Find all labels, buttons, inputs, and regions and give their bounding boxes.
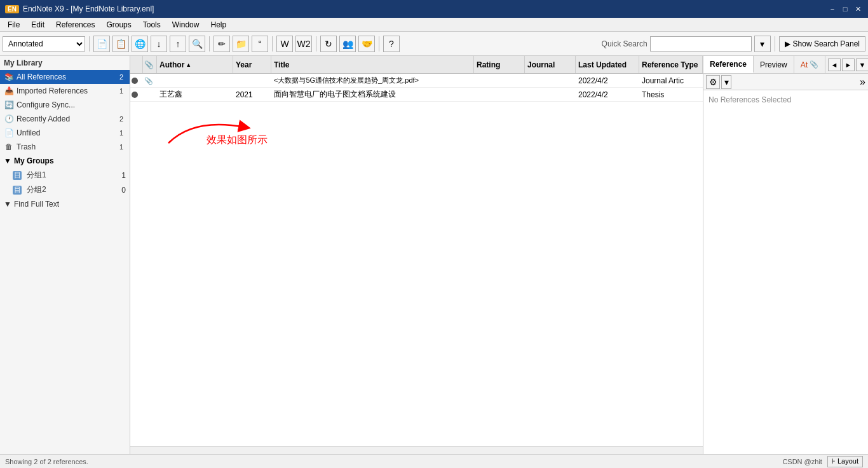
sidebar-item-recently-added[interactable]: 🕐 Recently Added 2 <box>0 112 130 126</box>
sidebar-item-group2[interactable]: 目 分组2 0 <box>0 182 130 197</box>
toolbar: Annotated Author-Date Numbered 📄 📋 🌐 ↓ ↑… <box>0 32 868 56</box>
tab-at[interactable]: At 📎 <box>794 56 825 73</box>
share-btn[interactable]: 👥 <box>339 36 356 52</box>
toolbar-sep-4 <box>316 36 316 52</box>
sidebar-item-configure-sync[interactable]: 🔄 Configure Sync... <box>0 98 130 112</box>
show-search-panel-btn[interactable]: ▶ Show Search Panel <box>779 36 865 52</box>
imported-references-label: Imported References <box>17 86 88 95</box>
row2-updated: 2022/4/2 <box>576 90 639 99</box>
col-title-header[interactable]: Title <box>271 56 474 73</box>
tab-preview[interactable]: Preview <box>754 56 794 73</box>
menu-tools[interactable]: Tools <box>138 19 166 31</box>
col-journal-header[interactable]: Journal <box>525 56 576 73</box>
window-title: EndNote X9 - [My EndNote Library.enl] <box>23 4 154 13</box>
groups-btn[interactable]: 🤝 <box>358 36 375 52</box>
style-selector[interactable]: Annotated Author-Date Numbered <box>3 36 85 52</box>
trash-label: Trash <box>17 142 36 151</box>
nav-prev-btn[interactable]: ◄ <box>828 59 841 71</box>
menu-help[interactable]: Help <box>205 19 231 31</box>
group1-icon: 目 <box>13 171 22 180</box>
tab-reference[interactable]: Reference <box>703 56 754 73</box>
csdn-watermark: CSDN @zhit <box>782 458 822 465</box>
collapse-right-btn[interactable]: » <box>860 76 865 88</box>
upload-btn[interactable]: ↑ <box>170 36 186 52</box>
table-row[interactable]: 王艺鑫 2021 面向智慧电厂的电子图文档系统建设 2022/4/2 Thesi… <box>130 88 703 102</box>
sidebar-find-full-text[interactable]: ▼ Find Full Text <box>0 197 130 211</box>
sidebar-item-all-references[interactable]: 📚 All References 2 <box>0 70 130 84</box>
right-panel-dropdown-btn[interactable]: ▾ <box>721 75 731 89</box>
imported-references-count: 1 <box>117 87 126 95</box>
right-panel-settings-btn[interactable]: ⚙ <box>706 75 720 89</box>
horizontal-scrollbar[interactable] <box>130 446 703 454</box>
find-fulltext-label: Find Full Text <box>14 200 59 209</box>
rating-label: Rating <box>477 60 500 69</box>
toolbar-sep-6 <box>775 36 775 52</box>
title-bar: EN EndNote X9 - [My EndNote Library.enl]… <box>0 0 868 18</box>
nav-expand-btn[interactable]: ▼ <box>856 59 868 71</box>
toolbar-sep-2 <box>209 36 210 52</box>
minimize-button[interactable]: − <box>827 4 837 14</box>
recently-added-label: Recently Added <box>17 114 70 123</box>
all-references-count: 2 <box>117 73 126 81</box>
quote-btn[interactable]: “ <box>252 36 268 52</box>
menu-file[interactable]: File <box>3 19 25 31</box>
read-indicator-2 <box>132 92 138 98</box>
layout-icon: ⊦ <box>832 457 836 465</box>
word2-btn[interactable]: W2 <box>295 36 312 52</box>
layout-btn[interactable]: ⊦ Layout <box>827 456 863 467</box>
search-input[interactable] <box>650 36 752 52</box>
unfiled-count: 1 <box>117 129 126 137</box>
find-fulltext-toolbar-btn[interactable]: 🔍 <box>189 36 205 52</box>
unfiled-icon: 📄 <box>4 128 14 138</box>
app-logo: EN <box>5 5 19 13</box>
showing-refs-text: Showing 2 of 2 references. <box>5 458 88 465</box>
sync-btn[interactable]: ↻ <box>320 36 337 52</box>
sidebar-item-imported-references[interactable]: 📥 Imported References 1 <box>0 84 130 98</box>
download-pdf-btn[interactable]: ↓ <box>151 36 167 52</box>
sidebar-item-unfiled[interactable]: 📄 Unfiled 1 <box>0 126 130 140</box>
table-row[interactable]: 📎 <大数据与5G通信技术的发展趋势_周文龙.pdf> 2022/4/2 Jou… <box>130 74 703 88</box>
menu-window[interactable]: Window <box>167 19 205 31</box>
help-toolbar-btn[interactable]: ? <box>383 36 400 52</box>
sidebar-item-trash[interactable]: 🗑 Trash 1 <box>0 140 130 154</box>
row2-dot <box>130 92 143 98</box>
toolbar-sep-1 <box>89 36 90 52</box>
ref-type-label: Reference Type <box>642 60 698 69</box>
my-groups-header[interactable]: ▼ My Groups <box>0 154 130 168</box>
word-btn[interactable]: W <box>276 36 293 52</box>
imported-references-icon: 📥 <box>4 86 14 96</box>
row1-type: Journal Artic <box>639 76 703 85</box>
col-type-header[interactable]: Reference Type <box>639 56 703 73</box>
row2-type: Thesis <box>639 90 703 99</box>
find-fulltext-expand-icon: ▼ <box>4 200 11 209</box>
row2-title: 面向智慧电厂的电子图文档系统建设 <box>271 89 474 100</box>
col-author-header[interactable]: Author ▲ <box>157 56 233 73</box>
author-label: Author <box>159 60 184 69</box>
edit-ref-btn[interactable]: ✏ <box>214 36 230 52</box>
new-reference-btn[interactable]: 📄 <box>93 36 110 52</box>
row1-updated: 2022/4/2 <box>576 76 639 85</box>
read-indicator <box>132 78 138 84</box>
annotation-text: 效果如图所示 <box>207 134 268 147</box>
menu-references[interactable]: References <box>51 19 100 31</box>
folder-btn[interactable]: 📁 <box>233 36 249 52</box>
reference-list-panel: 📎 Author ▲ Year Title Rating Journal Las… <box>130 56 703 454</box>
row1-attach: 📎 <box>143 76 157 85</box>
online-search-btn[interactable]: 🌐 <box>132 36 148 52</box>
menu-edit[interactable]: Edit <box>26 19 50 31</box>
close-button[interactable]: ✕ <box>853 4 863 14</box>
col-dot <box>130 56 143 73</box>
search-dropdown-btn[interactable]: ▾ <box>754 36 771 52</box>
row1-dot <box>130 78 143 84</box>
col-year-header[interactable]: Year <box>233 56 271 73</box>
restore-button[interactable]: □ <box>840 4 850 14</box>
trash-count: 1 <box>117 143 126 151</box>
group2-icon: 目 <box>13 186 22 195</box>
sidebar: My Library 📚 All References 2 📥 Imported… <box>0 56 130 454</box>
insert-citation-btn[interactable]: 📋 <box>112 36 129 52</box>
col-rating-header[interactable]: Rating <box>474 56 525 73</box>
sidebar-item-group1[interactable]: 目 分组1 1 <box>0 168 130 182</box>
col-updated-header[interactable]: Last Updated <box>576 56 639 73</box>
menu-groups[interactable]: Groups <box>101 19 136 31</box>
nav-next-btn[interactable]: ► <box>842 59 855 71</box>
